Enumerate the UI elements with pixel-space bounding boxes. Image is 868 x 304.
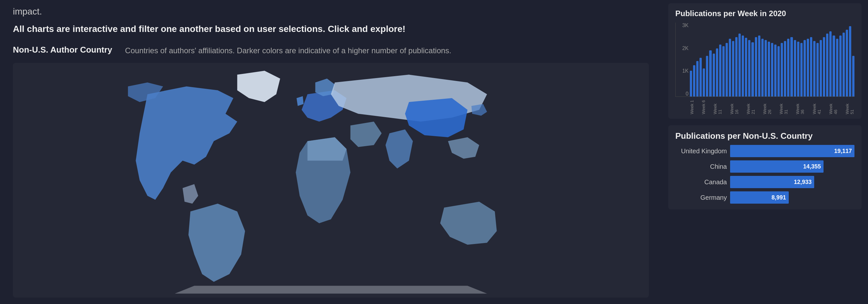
x-axis-label [760,98,760,114]
week-bar[interactable] [797,42,799,96]
week-bar[interactable] [849,26,851,97]
x-axis-label [744,98,745,114]
week-bar[interactable] [829,31,832,96]
country-bar-wrap: 12,933 [730,176,855,188]
x-axis-label [695,98,696,114]
x-axis-labels: Week 1Week 6Week 11Week 16Week 21Week 26… [675,98,855,114]
week-bar[interactable] [813,41,815,97]
x-axis-label [823,98,823,114]
week-bar[interactable] [800,43,803,96]
week-bar[interactable] [794,40,796,96]
country-row[interactable]: United Kingdom19,117 [675,145,855,157]
week-bar[interactable] [839,35,842,96]
week-bar[interactable] [735,37,738,96]
y-axis: 3K 2K 1K 0 [676,23,688,97]
week-bar[interactable] [768,42,770,96]
x-axis-label: Week 41 [812,98,822,114]
country-bar[interactable]: 14,355 [730,160,824,173]
country-name: United Kingdom [675,147,727,155]
week-bar[interactable] [852,56,855,97]
week-bar[interactable] [745,38,747,96]
map-label-desc: Countries of authors' affiliations. Dark… [125,45,452,56]
x-axis-label [740,98,741,114]
country-row[interactable]: Canada12,933 [675,176,855,188]
country-name: Germany [675,194,727,201]
x-axis-label [827,98,828,114]
week-bar[interactable] [713,54,715,96]
country-bar[interactable]: 19,117 [730,145,855,157]
week-bar[interactable] [729,39,731,96]
x-axis-label [726,98,727,114]
week-bars: 3K 2K 1K 0 [675,23,855,97]
x-axis-label [697,98,698,114]
weekly-bar-chart[interactable]: 3K 2K 1K 0 Week 1Week 6Week 11Week 16Wee… [675,23,855,113]
country-chart-title: Publications per Non-U.S. Country [675,131,855,141]
week-bar[interactable] [833,35,835,96]
week-bar[interactable] [842,33,845,96]
x-axis-label [794,98,795,114]
week-bar[interactable] [703,68,705,96]
country-chart-section: Publications per Non-U.S. Country United… [668,125,862,210]
week-bar[interactable] [706,56,708,97]
week-bar[interactable] [700,58,702,96]
week-bar[interactable] [784,41,786,97]
week-bar[interactable] [709,50,711,96]
x-axis-label [777,98,778,114]
country-row[interactable]: China14,355 [675,160,855,173]
right-panel: Publications per Week in 2020 3K 2K 1K 0… [662,0,868,304]
weekly-chart-title: Publications per Week in 2020 [675,9,855,18]
week-bar[interactable] [696,61,699,96]
x-axis-label: Week 31 [779,98,788,114]
map-label-title: Non-U.S. Author Country [13,45,112,55]
x-axis-label: Week 26 [762,98,772,114]
week-bar[interactable] [761,39,764,96]
week-bar[interactable] [810,37,812,96]
week-bar[interactable] [787,39,789,96]
week-bar[interactable] [722,46,724,96]
week-bar[interactable] [777,46,780,96]
x-axis-label [810,98,811,114]
week-bar[interactable] [774,45,776,96]
week-bar[interactable] [758,35,761,96]
week-bar[interactable] [725,43,728,96]
week-bar[interactable] [748,40,750,96]
x-axis-label [776,98,776,114]
week-bar[interactable] [719,45,721,96]
x-axis-label [842,98,842,114]
week-bar[interactable] [716,48,718,97]
week-bar[interactable] [765,40,767,96]
week-bar[interactable] [823,37,825,96]
week-bar[interactable] [816,43,819,96]
week-bar[interactable] [742,35,744,96]
week-bar[interactable] [804,40,806,96]
world-map[interactable] [13,63,649,298]
x-axis-label [792,98,793,114]
x-axis-label [710,98,710,114]
x-axis-label [707,98,708,114]
week-bar[interactable] [781,43,783,96]
interactive-note: All charts are interactive and filter on… [13,23,649,35]
country-bar-wrap: 8,991 [730,191,855,204]
x-axis-label [806,98,806,114]
y-label-0: 0 [686,91,688,97]
week-bar[interactable] [836,39,838,96]
x-axis-label [711,98,712,114]
week-bar[interactable] [732,41,734,97]
week-bar[interactable] [693,65,695,96]
week-bar[interactable] [790,37,793,96]
week-bar[interactable] [807,39,809,96]
x-axis-label [728,98,728,114]
week-bar[interactable] [826,33,828,97]
week-bar[interactable] [820,40,822,96]
x-axis-label [791,98,792,114]
country-bar[interactable]: 8,991 [730,191,789,204]
week-bar[interactable] [771,43,773,96]
week-bar[interactable] [739,33,741,97]
country-row[interactable]: Germany8,991 [675,191,855,204]
week-bar[interactable] [690,71,692,97]
x-axis-label [773,98,774,114]
country-bar[interactable]: 12,933 [730,176,814,188]
week-bar[interactable] [751,42,754,96]
week-bar[interactable] [846,30,848,96]
week-bar[interactable] [755,37,757,96]
